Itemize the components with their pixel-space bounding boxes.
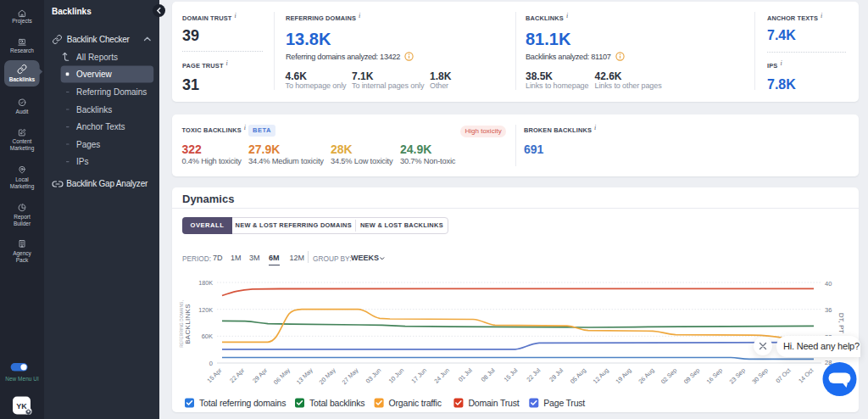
svg-text:03 Jun: 03 Jun <box>364 366 383 385</box>
svg-text:30 Sep: 30 Sep <box>750 366 769 385</box>
svg-text:180K: 180K <box>198 279 213 287</box>
svg-text:15 Jul: 15 Jul <box>502 366 519 383</box>
svg-text:Total backlinks: Total backlinks <box>309 398 364 408</box>
svg-text:Page Trust: Page Trust <box>543 398 585 408</box>
svg-text:07 Oct: 07 Oct <box>774 366 792 384</box>
svg-text:09 Sep: 09 Sep <box>682 366 701 385</box>
svg-text:27 May: 27 May <box>340 366 359 386</box>
svg-text:60K: 60K <box>202 332 213 340</box>
svg-text:22 Apr: 22 Apr <box>228 366 246 384</box>
svg-text:06 May: 06 May <box>272 366 292 386</box>
svg-text:24 Jun: 24 Jun <box>432 366 451 385</box>
svg-text:26 Aug: 26 Aug <box>637 366 655 385</box>
svg-text:16 Sep: 16 Sep <box>705 366 724 385</box>
svg-text:BACKLINKS: BACKLINKS <box>184 304 192 344</box>
svg-text:08 Jul: 08 Jul <box>480 366 497 383</box>
svg-text:29 Apr: 29 Apr <box>251 366 269 384</box>
svg-text:01 Jul: 01 Jul <box>457 366 474 383</box>
svg-text:120K: 120K <box>198 306 213 314</box>
svg-text:17 Jun: 17 Jun <box>409 366 428 385</box>
svg-text:Domain Trust: Domain Trust <box>468 398 519 408</box>
svg-text:0: 0 <box>209 360 213 367</box>
svg-text:40: 40 <box>825 280 832 288</box>
svg-text:05 Aug: 05 Aug <box>569 366 587 385</box>
svg-text:36: 36 <box>825 306 832 314</box>
svg-text:REFERRING DOMAINS,: REFERRING DOMAINS, <box>179 300 184 348</box>
svg-text:29 Jul: 29 Jul <box>548 366 565 383</box>
svg-text:22 Jul: 22 Jul <box>525 366 542 383</box>
svg-text:13 May: 13 May <box>295 366 314 386</box>
svg-text:Organic traffic: Organic traffic <box>389 398 442 408</box>
svg-text:19 Aug: 19 Aug <box>614 366 632 385</box>
svg-text:20 May: 20 May <box>318 366 337 386</box>
svg-text:10 Jun: 10 Jun <box>387 366 406 385</box>
svg-text:DT, PT: DT, PT <box>837 313 845 334</box>
svg-text:14 Oct: 14 Oct <box>797 366 815 384</box>
svg-text:23 Sep: 23 Sep <box>727 366 746 385</box>
svg-text:12 Aug: 12 Aug <box>592 366 610 385</box>
svg-text:YK: YK <box>16 402 27 411</box>
svg-text:Total referring domains: Total referring domains <box>199 398 286 408</box>
svg-text:15 Apr: 15 Apr <box>205 366 223 384</box>
svg-text:02 Sep: 02 Sep <box>659 366 678 385</box>
